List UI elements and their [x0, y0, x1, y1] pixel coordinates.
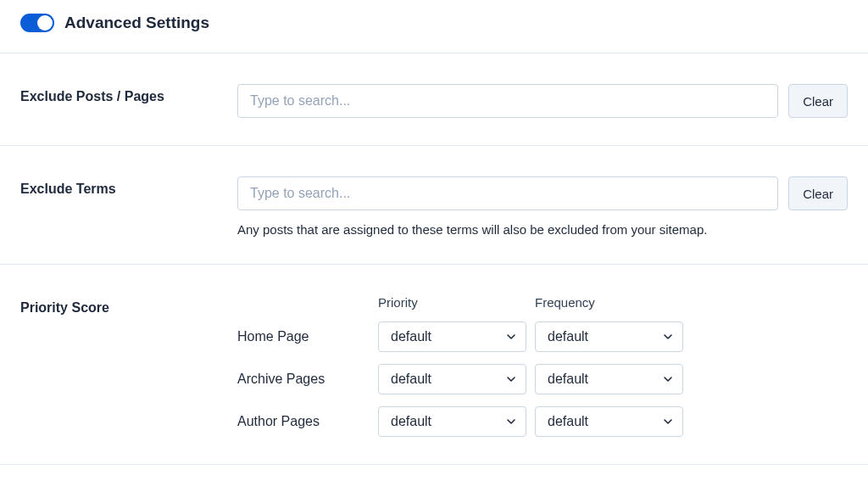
author-frequency-select[interactable]: default	[535, 406, 683, 437]
exclude-posts-label: Exclude Posts / Pages	[20, 84, 237, 104]
priority-header-row: Priority Frequency	[237, 295, 848, 310]
toggle-knob	[37, 15, 53, 31]
frequency-column-header: Frequency	[535, 295, 692, 310]
archive-frequency-select[interactable]: default	[535, 364, 683, 394]
exclude-posts-search-input[interactable]	[237, 84, 778, 118]
priority-row-label: Home Page	[237, 329, 378, 344]
home-frequency-select[interactable]: default	[535, 321, 683, 352]
select-value: default	[391, 372, 431, 387]
priority-score-label: Priority Score	[20, 295, 237, 316]
exclude-posts-section: Exclude Posts / Pages Clear	[0, 53, 868, 146]
priority-row-label: Author Pages	[237, 414, 378, 429]
advanced-settings-toggle[interactable]	[20, 14, 54, 32]
exclude-terms-section: Exclude Terms Clear Any posts that are a…	[0, 146, 868, 265]
author-priority-select[interactable]: default	[378, 406, 526, 437]
select-value: default	[548, 372, 588, 387]
archive-priority-select[interactable]: default	[378, 364, 526, 394]
exclude-terms-search-input[interactable]	[237, 176, 778, 210]
exclude-terms-help-text: Any posts that are assigned to these ter…	[237, 222, 848, 237]
select-value: default	[548, 329, 588, 344]
select-value: default	[391, 414, 431, 429]
home-priority-select[interactable]: default	[378, 321, 526, 352]
priority-row-author: Author Pages default default	[237, 406, 848, 437]
priority-column-header: Priority	[378, 295, 535, 310]
exclude-posts-clear-button[interactable]: Clear	[788, 84, 848, 118]
priority-score-section: Priority Score Priority Frequency Home P…	[0, 265, 868, 465]
priority-row-home: Home Page default default	[237, 321, 848, 352]
advanced-settings-header: Advanced Settings	[0, 0, 868, 53]
exclude-terms-label: Exclude Terms	[20, 176, 237, 197]
advanced-settings-title: Advanced Settings	[64, 14, 209, 32]
select-value: default	[548, 414, 588, 429]
exclude-terms-clear-button[interactable]: Clear	[788, 176, 848, 210]
select-value: default	[391, 329, 431, 344]
priority-row-label: Archive Pages	[237, 372, 378, 387]
priority-row-archive: Archive Pages default default	[237, 364, 848, 394]
